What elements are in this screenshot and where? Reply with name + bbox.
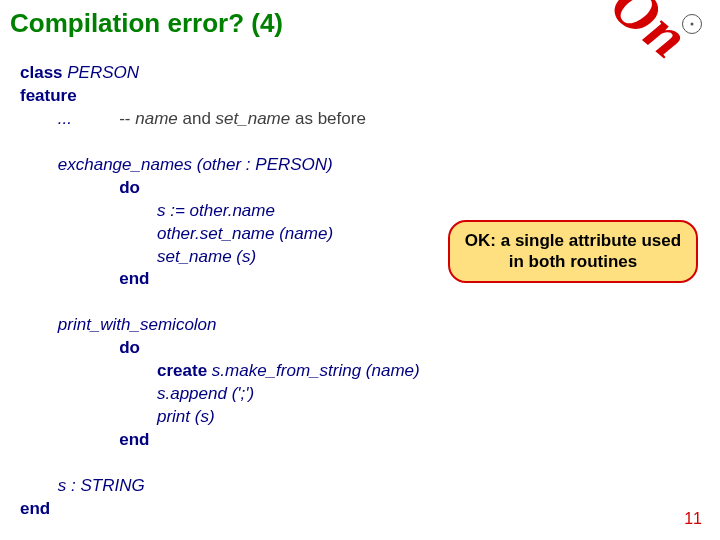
kw-create: create	[157, 361, 207, 380]
blank-line	[20, 132, 25, 151]
code-text: s.append (';')	[20, 384, 254, 403]
page-number: 11	[684, 510, 702, 528]
comment-text: set_name	[216, 109, 291, 128]
comment-text: name	[135, 109, 178, 128]
code-text: s.make_from_string (name)	[207, 361, 420, 380]
code-text: exchange_names (other : PERSON)	[20, 155, 333, 174]
comment-text: and	[178, 109, 216, 128]
code-text	[20, 338, 119, 357]
hands-on-stamp: Hands-On	[452, 0, 702, 73]
kw-do: do	[119, 338, 140, 357]
kw-end: end	[119, 430, 149, 449]
blank-line	[20, 292, 25, 311]
page-title: Compilation error? (4)	[10, 8, 283, 39]
code-text: other.set_name (name)	[20, 224, 333, 243]
kw-end-class: end	[20, 499, 50, 518]
kw-end: end	[119, 269, 149, 288]
code-text: set_name (s)	[20, 247, 256, 266]
code-text	[20, 361, 157, 380]
code-text	[20, 430, 119, 449]
kw-feature: feature	[20, 86, 77, 105]
code-text	[20, 178, 119, 197]
comment-dash: --	[119, 109, 135, 128]
comment-text: as before	[290, 109, 366, 128]
code-text: PERSON	[63, 63, 140, 82]
code-text: print (s)	[20, 407, 215, 426]
code-text: s : STRING	[20, 476, 145, 495]
callout-box: OK: a single attribute used in both rout…	[448, 220, 698, 283]
code-text: s := other.name	[20, 201, 275, 220]
kw-do: do	[119, 178, 140, 197]
code-text: ...	[20, 109, 119, 128]
blank-line	[20, 453, 25, 472]
kw-class: class	[20, 63, 63, 82]
code-block: class PERSON feature ... -- name and set…	[20, 62, 420, 521]
code-text	[20, 269, 119, 288]
code-text: print_with_semicolon	[20, 315, 217, 334]
